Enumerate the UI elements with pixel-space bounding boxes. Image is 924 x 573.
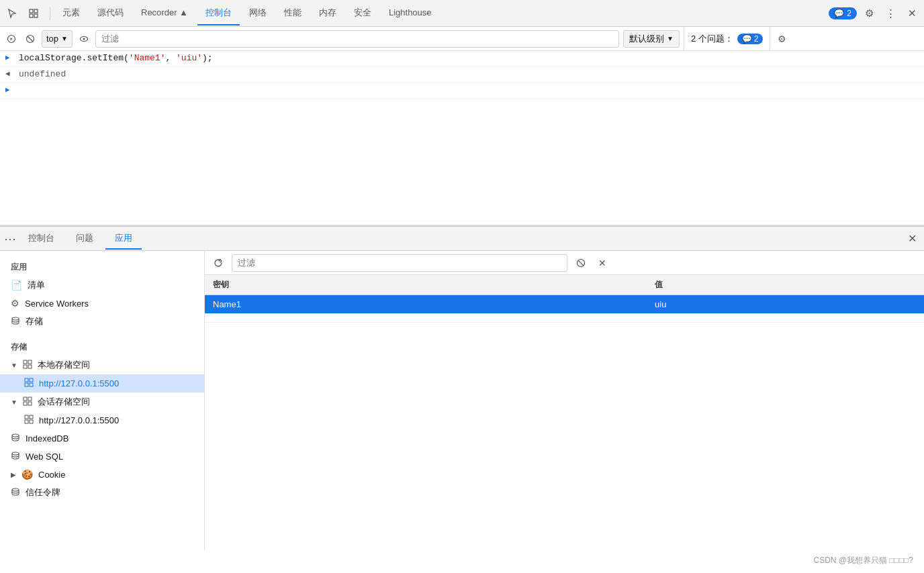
sidebar-session-storage-url[interactable]: http://127.0.0.1:5500 bbox=[0, 411, 204, 429]
settings-btn[interactable]: ⚙ bbox=[860, 4, 878, 23]
sidebar-trust-tokens[interactable]: 信任令牌 bbox=[0, 483, 204, 502]
storage-icon bbox=[11, 316, 20, 327]
close-btn[interactable]: ✕ bbox=[903, 4, 921, 23]
string-uiu: 'uiu' bbox=[176, 53, 202, 63]
sidebar-item-storage[interactable]: 存储 bbox=[0, 312, 204, 331]
sidebar-cookie[interactable]: ▶ 🍪 Cookie bbox=[0, 466, 204, 483]
sidebar-item-service-workers[interactable]: ⚙ Service Workers bbox=[0, 295, 204, 312]
divider-bar bbox=[50, 7, 50, 20]
sidebar-websql[interactable]: Web SQL bbox=[0, 448, 204, 466]
table-header-row: 密钥 值 bbox=[205, 275, 924, 295]
cookie-icon: 🍪 bbox=[21, 469, 33, 480]
refresh-btn[interactable] bbox=[210, 255, 226, 271]
sidebar-local-storage-header[interactable]: ▼ 本地存储空间 bbox=[0, 356, 204, 374]
app-sidebar: 应用 📄 清单 ⚙ Service Workers 存储 存储 ▼ bbox=[0, 251, 205, 550]
tab-bottom-problems[interactable]: 问题 bbox=[66, 228, 103, 250]
svg-point-26 bbox=[12, 434, 19, 437]
bottom-close-btn[interactable]: ✕ bbox=[904, 231, 920, 247]
svg-point-8 bbox=[83, 38, 85, 40]
eye-icon-btn[interactable] bbox=[77, 32, 91, 46]
svg-rect-13 bbox=[28, 365, 32, 368]
console-line-2: ◀ undefined bbox=[0, 67, 924, 83]
tab-console[interactable]: 控制台 bbox=[197, 1, 240, 25]
settings-console-btn[interactable]: ⚙ bbox=[774, 32, 789, 46]
tab-elements[interactable]: 元素 bbox=[54, 1, 88, 25]
top-toolbar: 元素 源代码 Recorder ▲ 控制台 网络 性能 内存 安全 Lighth… bbox=[0, 0, 924, 27]
more-btn[interactable]: ⋮ bbox=[881, 4, 900, 23]
top-select[interactable]: top ▼ bbox=[42, 30, 73, 48]
manifest-icon: 📄 bbox=[11, 280, 22, 291]
storage-data-table: 密钥 值 Name1 uiu bbox=[205, 275, 924, 550]
arrow-left-icon: ◀ bbox=[5, 69, 13, 78]
chat-icon-small: 💬 bbox=[742, 34, 752, 44]
sidebar-session-storage-header[interactable]: ▼ 会话存储空间 bbox=[0, 393, 204, 411]
col-header-key: 密钥 bbox=[205, 275, 647, 295]
session-url-label: http://127.0.0.1:5500 bbox=[39, 415, 119, 425]
storage-clear-btn[interactable]: ✕ bbox=[594, 255, 610, 271]
svg-rect-17 bbox=[30, 383, 33, 386]
manifest-label: 清单 bbox=[28, 279, 45, 291]
cursor-icon-btn[interactable] bbox=[3, 4, 21, 23]
tab-network[interactable]: 网络 bbox=[241, 1, 275, 25]
local-storage-grid-icon bbox=[23, 360, 32, 371]
local-storage-label: 本地存储空间 bbox=[38, 359, 90, 371]
app-section-title: 应用 bbox=[0, 256, 204, 276]
tab-memory[interactable]: 内存 bbox=[311, 1, 344, 25]
problems-count: 2 bbox=[754, 34, 759, 44]
console-filter-toolbar: top ▼ 默认级别 ▼ 2 个问题： 💬 2 ⚙ bbox=[0, 27, 924, 51]
local-storage-url-label: http://127.0.0.1:5500 bbox=[39, 378, 119, 388]
indexeddb-icon bbox=[11, 433, 20, 444]
tab-bottom-console[interactable]: 控制台 bbox=[19, 228, 64, 250]
tab-lighthouse[interactable]: Lighthouse bbox=[381, 1, 440, 25]
table-row[interactable] bbox=[205, 314, 924, 323]
execute-icon-btn[interactable] bbox=[4, 32, 19, 46]
svg-rect-24 bbox=[25, 420, 28, 423]
websql-icon bbox=[11, 451, 20, 462]
trust-tokens-icon bbox=[11, 487, 20, 499]
svg-rect-21 bbox=[28, 402, 32, 405]
top-label: top bbox=[46, 34, 58, 44]
chat-icon: 💬 bbox=[834, 9, 844, 18]
code-suffix: ); bbox=[202, 53, 213, 63]
storage-filter-input[interactable] bbox=[232, 254, 567, 272]
svg-rect-14 bbox=[25, 378, 28, 382]
svg-line-6 bbox=[28, 36, 33, 42]
table-row[interactable]: Name1 uiu bbox=[205, 295, 924, 314]
svg-rect-0 bbox=[30, 9, 33, 13]
storage-section-title: 存储 bbox=[0, 336, 204, 356]
arrow-right-icon: ▶ bbox=[5, 53, 13, 62]
local-storage-url-grid-icon bbox=[24, 378, 34, 389]
sidebar-item-manifest[interactable]: 📄 清单 bbox=[0, 276, 204, 295]
problems-label: 2 个问题： bbox=[691, 33, 733, 45]
tab-recorder[interactable]: Recorder ▲ bbox=[133, 1, 196, 25]
bottom-panel: ⋯ 控制台 问题 应用 ✕ 应用 📄 清单 ⚙ Service Workers … bbox=[0, 225, 924, 550]
svg-rect-2 bbox=[30, 14, 33, 17]
trust-tokens-label: 信任令牌 bbox=[26, 486, 60, 499]
filter-input[interactable] bbox=[95, 30, 619, 48]
svg-rect-18 bbox=[24, 397, 27, 401]
svg-rect-23 bbox=[30, 415, 33, 419]
console-code-1: localStorage.setItem('Name1', 'uiu'); bbox=[19, 53, 213, 63]
main-storage-content: ✕ 密钥 值 Name1 uiu bbox=[205, 251, 924, 550]
bottom-dots-btn[interactable]: ⋯ bbox=[4, 231, 16, 246]
console-undefined: undefined bbox=[19, 69, 66, 79]
ban-icon-btn[interactable] bbox=[23, 32, 38, 46]
tab-source[interactable]: 源代码 bbox=[89, 1, 132, 25]
problems-badge[interactable]: 2 个问题： 💬 2 bbox=[684, 27, 771, 51]
sidebar-indexeddb[interactable]: IndexedDB bbox=[0, 429, 204, 448]
bottom-body: 应用 📄 清单 ⚙ Service Workers 存储 存储 ▼ bbox=[0, 251, 924, 550]
inspect-icon-btn[interactable] bbox=[24, 4, 43, 23]
default-level-select[interactable]: 默认级别 ▼ bbox=[623, 30, 680, 48]
storage-ban-btn[interactable] bbox=[573, 255, 589, 271]
tab-bottom-app[interactable]: 应用 bbox=[105, 228, 142, 250]
websql-label: Web SQL bbox=[26, 452, 63, 462]
service-workers-icon: ⚙ bbox=[11, 298, 19, 309]
cookie-label: Cookie bbox=[38, 470, 65, 480]
tab-performance[interactable]: 性能 bbox=[276, 1, 310, 25]
sidebar-local-storage-url[interactable]: http://127.0.0.1:5500 bbox=[0, 374, 204, 393]
tab-security[interactable]: 安全 bbox=[346, 1, 379, 25]
svg-rect-15 bbox=[30, 378, 33, 382]
chevron-down-icon: ▼ bbox=[11, 362, 17, 369]
issue-badge[interactable]: 💬 2 bbox=[829, 7, 857, 19]
session-storage-grid-icon bbox=[23, 397, 32, 408]
